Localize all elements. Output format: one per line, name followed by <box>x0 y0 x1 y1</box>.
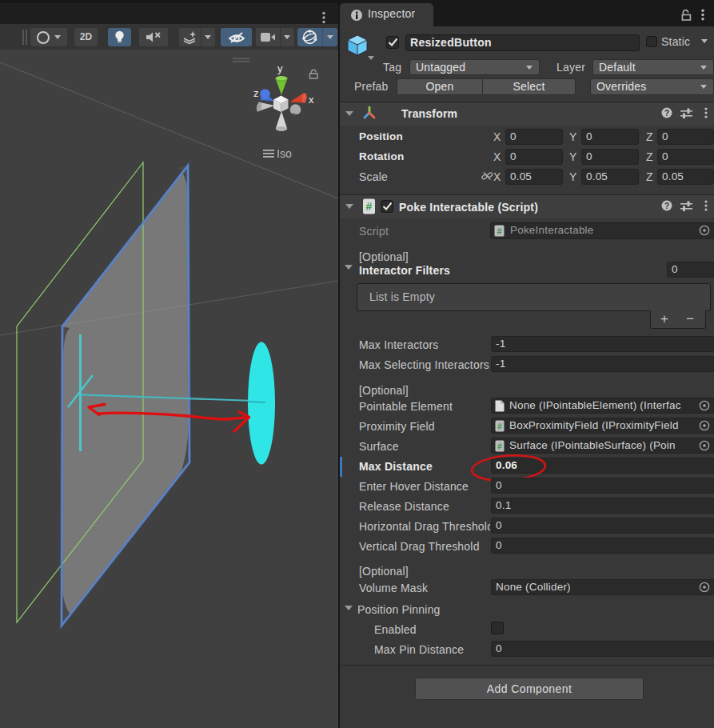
svg-text:?: ? <box>664 109 669 118</box>
svg-text:x: x <box>309 94 314 106</box>
svg-text:z: z <box>253 87 259 99</box>
svg-text:#: # <box>497 422 502 431</box>
svg-text:#: # <box>497 226 501 236</box>
svg-text:Iso: Iso <box>277 147 292 160</box>
svg-text:#: # <box>497 442 502 451</box>
svg-text:?: ? <box>664 202 669 210</box>
svg-text:#: # <box>366 200 373 213</box>
svg-text:y: y <box>277 62 283 74</box>
